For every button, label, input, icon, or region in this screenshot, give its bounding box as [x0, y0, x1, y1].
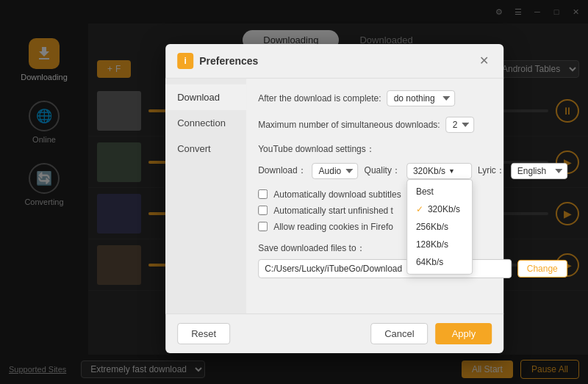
auto-subtitle-checkbox[interactable]: [258, 189, 268, 199]
dialog-close-button[interactable]: ✕: [476, 52, 492, 68]
quality-option-128[interactable]: 128Kb/s: [407, 235, 472, 253]
quality-label: Quality：: [365, 164, 401, 177]
footer-right: Cancel Apply: [370, 322, 492, 344]
quality-select-display[interactable]: 320Kb/s ▼: [406, 162, 472, 178]
lyric-select[interactable]: English Chinese None: [511, 162, 567, 178]
dialog-content: After the download is complete: do nothi…: [246, 78, 579, 313]
quality-option-320[interactable]: ✓ 320Kb/s: [407, 200, 472, 217]
dialog-body: Download Connection Convert After the do…: [165, 78, 503, 313]
quality-option-64[interactable]: 64Kb/s: [407, 253, 472, 270]
yt-section-title: YouTube download settings：: [258, 142, 567, 155]
yt-download-row: Download： Audio Video Quality： 320Kb/s ▼…: [258, 162, 567, 178]
quality-option-320-label: 320Kb/s: [428, 203, 460, 214]
download-type-select[interactable]: Audio Video: [312, 162, 359, 178]
dialog-footer: Reset Cancel Apply: [165, 313, 503, 352]
after-download-select[interactable]: do nothing open folder shut down: [387, 90, 456, 106]
nav-item-download[interactable]: Download: [165, 84, 246, 109]
quality-dropdown-menu: Best ✓ 320Kb/s 256Kb/s 128Kb/s: [406, 178, 473, 274]
preferences-dialog: i Preferences ✕ Download Connection Conv…: [165, 43, 503, 352]
nav-item-convert[interactable]: Convert: [165, 135, 246, 161]
cancel-button[interactable]: Cancel: [370, 322, 428, 344]
dialog-header: i Preferences ✕: [165, 43, 503, 78]
dialog-nav: Download Connection Convert: [165, 78, 246, 313]
reset-button[interactable]: Reset: [177, 322, 230, 344]
chevron-down-icon: ▼: [448, 167, 455, 174]
check-icon: ✓: [416, 203, 423, 214]
download-label: Download：: [258, 164, 306, 177]
nav-item-connection[interactable]: Connection: [165, 109, 246, 135]
quality-option-256[interactable]: 256Kb/s: [407, 217, 472, 235]
max-simultaneous-row: Maximum number of simultaneous downloads…: [258, 116, 567, 132]
quality-selected-value: 320Kb/s: [413, 165, 445, 175]
allow-cookies-label: Allow reading cookies in Firefo: [273, 221, 393, 231]
after-download-row: After the download is complete: do nothi…: [258, 90, 567, 106]
auto-unfinished-label: Automatically start unfinished t: [273, 205, 393, 215]
file-path-input[interactable]: [258, 258, 512, 278]
max-simultaneous-label: Maximum number of simultaneous downloads…: [258, 119, 440, 129]
lyric-label: Lyric：: [478, 164, 505, 177]
quality-option-128-label: 128Kb/s: [416, 239, 448, 249]
after-download-label: After the download is complete:: [258, 93, 381, 103]
auto-unfinished-checkbox[interactable]: [258, 206, 268, 215]
quality-option-best-label: Best: [416, 186, 434, 196]
quality-dropdown-wrap: 320Kb/s ▼ Best ✓ 320Kb/s 256Kb/s: [406, 162, 472, 178]
change-button[interactable]: Change: [517, 259, 567, 277]
quality-option-256-label: 256Kb/s: [416, 221, 448, 231]
dialog-logo: i: [177, 52, 193, 68]
apply-button[interactable]: Apply: [436, 322, 492, 344]
max-simultaneous-select[interactable]: 1 2 3 4 5: [446, 116, 475, 132]
allow-cookies-checkbox[interactable]: [258, 222, 268, 231]
quality-option-64-label: 64Kb/s: [416, 256, 443, 267]
dialog-title: Preferences: [199, 54, 470, 66]
auto-subtitle-label: Automatically download subtitles: [273, 189, 401, 199]
quality-option-best[interactable]: Best: [407, 182, 472, 200]
